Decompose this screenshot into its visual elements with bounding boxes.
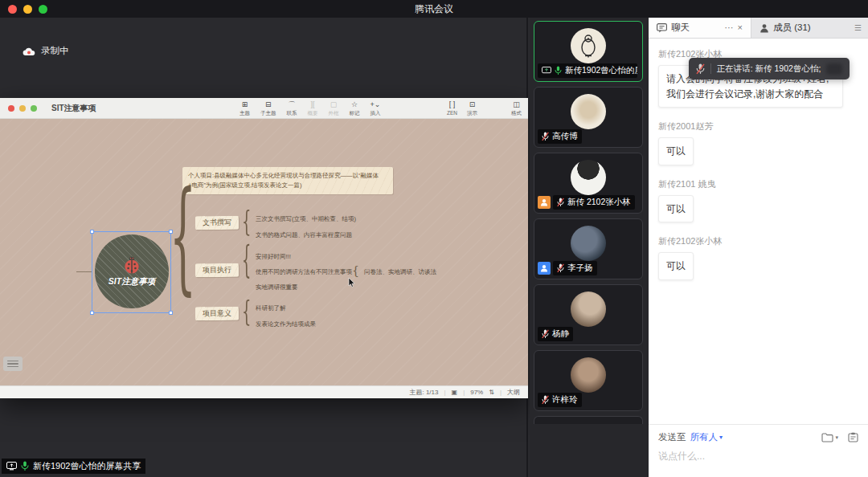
branch2-child-3[interactable]: 实地调研很重要 — [256, 283, 298, 292]
share-banner-label: 新传1902曾心怡的屏幕共享 — [33, 460, 141, 472]
avatar — [571, 226, 606, 261]
chat-messages[interactable]: 正在讲话: 新传 1902曾心怡; 新传2102张小林 请入会的同学将备注修改为… — [649, 39, 868, 424]
chat-header: 聊天 ⋯ × 成员 (31) ☰ — [649, 18, 868, 39]
mic-muted-icon — [542, 329, 549, 339]
chevron-down-icon[interactable]: ▾ — [719, 434, 723, 441]
members-icon — [760, 23, 769, 33]
avatar — [571, 160, 606, 195]
video-tile[interactable]: 新传 2102张小林 — [534, 153, 643, 214]
xmind-window-controls — [8, 105, 37, 112]
branch2-subchild[interactable]: 问卷法、实地调研、访谈法 — [364, 268, 436, 276]
file-button[interactable]: ▾ — [821, 433, 838, 442]
central-topic[interactable]: SIT注意事项 — [95, 234, 169, 308]
branch-label-3[interactable]: 项目意义 — [195, 307, 239, 320]
participant-name-chip: 李子扬 — [553, 261, 597, 275]
video-tile[interactable]: 李子扬 — [534, 218, 643, 279]
zoom-level[interactable]: 97% — [470, 389, 483, 396]
branch-brace-2: { — [242, 237, 251, 281]
mic-muted-icon — [557, 198, 564, 207]
member-role-icon — [538, 196, 551, 209]
marker-icon: ☆ — [351, 101, 358, 110]
branch2-child-2[interactable]: 使用不同的调研方法有不同注意事项 — [256, 268, 352, 276]
recording-indicator: 录制中 — [23, 45, 69, 57]
close-panel-icon[interactable]: × — [738, 23, 743, 32]
mouse-cursor — [348, 278, 355, 288]
outline-button[interactable]: 大纲 — [507, 388, 520, 397]
tab-chat-label: 聊天 — [671, 22, 690, 34]
participant-name: 高传博 — [552, 131, 578, 142]
participant-name: 新传1902曾心怡的屏... — [565, 65, 637, 76]
mindmap-canvas[interactable]: 个人项目:县级融媒体中心多元化经营现状与合理路径探究——以“融媒体+电商”为例(… — [0, 119, 528, 385]
participant-name-chip: 杨静 — [538, 327, 573, 341]
redacted-blob — [826, 63, 842, 75]
fit-view-icon[interactable]: ▣ — [452, 389, 458, 396]
video-tile[interactable]: 杨静 — [534, 284, 643, 345]
message-bubble: 可以 — [658, 137, 694, 165]
more-options-icon[interactable]: ⋯ — [725, 23, 734, 32]
branch1-child-1[interactable]: 三次文书撰写(立项、中期检查、结项) — [256, 215, 356, 223]
chat-panel: 聊天 ⋯ × 成员 (31) ☰ 正在讲话: 新传 1902曾心怡; — [649, 18, 868, 477]
video-tile-partial[interactable] — [534, 416, 643, 424]
participant-name-chip: 新传1902曾心怡的屏... — [538, 63, 637, 78]
branch3-child-2[interactable]: 发表论文作为结项成果 — [256, 320, 316, 328]
screen-share-icon — [542, 67, 551, 75]
xmind-titlebar: SIT注意事项 ⊞主题 ⊟子主题 ⌒联系 ][概要 ▢外框 ☆标记 +⌄插入 [… — [0, 98, 528, 119]
branch-label-1[interactable]: 文书撰写 — [195, 216, 239, 230]
send-to-label: 发送至 — [658, 431, 686, 443]
sheets-button[interactable] — [3, 357, 23, 371]
format-button[interactable]: ◫格式 — [511, 101, 522, 116]
ladybug-icon — [123, 255, 141, 275]
send-to-selector[interactable]: 所有人 — [690, 431, 719, 443]
tab-chat[interactable]: 聊天 ⋯ × — [649, 18, 751, 38]
insert-button[interactable]: +⌄插入 — [371, 101, 381, 116]
participant-name: 新传 2102张小林 — [567, 197, 631, 208]
video-tile[interactable]: 新传1902曾心怡的屏... — [534, 21, 643, 82]
topic-button[interactable]: ⊞主题 — [240, 101, 250, 116]
zen-icon: [ ] — [449, 101, 456, 110]
chat-bubble-icon — [657, 23, 667, 33]
presentation-button[interactable]: ⊡演示 — [467, 101, 477, 116]
participant-strip: 新传1902曾心怡的屏... 高传博 — [530, 18, 649, 477]
insert-icon: +⌄ — [371, 101, 381, 110]
chat-compose: 发送至 所有人 ▾ ▾ — [649, 424, 868, 477]
marker-button[interactable]: ☆标记 — [350, 101, 360, 116]
cloud-recording-icon — [23, 47, 35, 56]
zen-mode-button[interactable]: [ ]ZEN — [447, 101, 457, 116]
relationship-icon: ⌒ — [289, 101, 296, 110]
mic-muted-icon — [557, 263, 564, 273]
video-tile[interactable]: 许梓玲 — [534, 350, 643, 411]
shared-screen-area: 录制中 SIT注意事项 ⊞主题 ⊟子主题 ⌒联系 ][概要 ▢外框 ☆标记 — [0, 18, 528, 477]
subtopic-button[interactable]: ⊟子主题 — [260, 101, 276, 116]
branch2-child-1[interactable]: 安排好时间!!! — [256, 253, 291, 261]
topic-icon: ⊞ — [242, 101, 248, 110]
floating-topic[interactable]: 个人项目:县级融媒体中心多元化经营现状与合理路径探究——以“融媒体+电商”为例(… — [182, 167, 393, 194]
branch-label-2[interactable]: 项目执行 — [195, 263, 239, 277]
zoom-stepper-icon[interactable]: ⇅ — [489, 389, 494, 396]
sub-brace: { — [352, 264, 359, 277]
subtopic-icon: ⊟ — [265, 101, 272, 110]
central-brace: { — [170, 166, 196, 306]
panel-menu-icon[interactable]: ☰ — [854, 23, 862, 32]
format-icon: ◫ — [513, 101, 520, 110]
chat-input[interactable] — [658, 450, 858, 462]
tab-members[interactable]: 成员 (31) — [751, 18, 819, 38]
branch3-child-1[interactable]: 科研初了解 — [256, 304, 286, 312]
mic-muted-icon — [542, 132, 549, 141]
announcement-button[interactable] — [848, 432, 858, 442]
recording-label: 录制中 — [41, 45, 69, 57]
participant-name: 李子扬 — [567, 263, 593, 274]
branch1-child-2[interactable]: 文书的格式问题、内容丰富程度问题 — [256, 231, 352, 239]
xmind-window: SIT注意事项 ⊞主题 ⊟子主题 ⌒联系 ][概要 ▢外框 ☆标记 +⌄插入 [… — [0, 98, 528, 398]
xmind-toolbar-right: [ ]ZEN ⊡演示 ◫格式 — [447, 98, 522, 119]
message-sender: 新传2102张小林 — [658, 235, 858, 247]
presentation-icon: ⊡ — [469, 101, 476, 110]
avatar — [571, 28, 606, 63]
xmind-zoom-button[interactable] — [31, 105, 37, 112]
xmind-minimize-button[interactable] — [19, 105, 26, 112]
xmind-close-button[interactable] — [8, 105, 14, 112]
video-tile[interactable]: 高传博 — [534, 87, 643, 148]
mic-muted-icon — [696, 63, 705, 75]
relationship-button[interactable]: ⌒联系 — [287, 101, 297, 116]
boundary-icon: ▢ — [330, 101, 338, 110]
mic-on-icon — [21, 461, 29, 471]
